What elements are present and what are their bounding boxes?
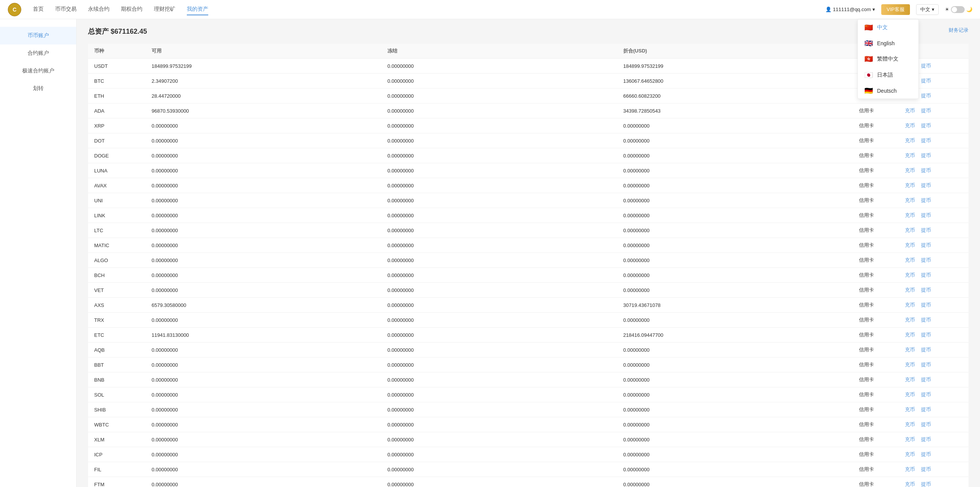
deposit-link[interactable]: 充币 <box>905 197 915 204</box>
deposit-link[interactable]: 充币 <box>905 227 915 234</box>
withdraw-link[interactable]: 提币 <box>921 137 931 144</box>
sun-icon: ☀ <box>945 7 949 12</box>
deposit-link[interactable]: 充币 <box>905 331 915 338</box>
deposit-link[interactable]: 充币 <box>905 481 915 487</box>
deposit-link[interactable]: 充币 <box>905 257 915 264</box>
deposit-link[interactable]: 充币 <box>905 212 915 219</box>
withdraw-link[interactable]: 提币 <box>921 361 931 368</box>
table-body: USDT 184899.97532199 0.00000000 184899.9… <box>88 59 969 487</box>
sidebar-item-contract[interactable]: 合约账户 <box>0 44 76 62</box>
vip-button[interactable]: VIP客服 <box>881 4 910 15</box>
withdraw-link[interactable]: 提币 <box>921 62 931 69</box>
withdraw-link[interactable]: 提币 <box>921 481 931 487</box>
deposit-link[interactable]: 充币 <box>905 316 915 323</box>
withdraw-link[interactable]: 提币 <box>921 257 931 264</box>
withdraw-link[interactable]: 提币 <box>921 167 931 174</box>
cell-buy-method: 信用卡 <box>859 107 905 114</box>
nav-home[interactable]: 首页 <box>33 4 44 15</box>
table-row: LUNA 0.00000000 0.00000000 0.00000000 信用… <box>88 163 969 178</box>
language-selector[interactable]: 中文 ▾ <box>916 4 939 15</box>
withdraw-link[interactable]: 提币 <box>921 421 931 428</box>
deposit-link[interactable]: 充币 <box>905 287 915 294</box>
deposit-link[interactable]: 充币 <box>905 137 915 144</box>
cell-frozen: 0.00000000 <box>387 436 623 443</box>
nav-perpetual[interactable]: 永续合约 <box>88 4 109 15</box>
withdraw-link[interactable]: 提币 <box>921 242 931 249</box>
deposit-link[interactable]: 充币 <box>905 302 915 308</box>
deposit-link[interactable]: 充币 <box>905 152 915 159</box>
withdraw-link[interactable]: 提币 <box>921 376 931 383</box>
nav-spot-trading[interactable]: 币币交易 <box>55 4 77 15</box>
withdraw-link[interactable]: 提币 <box>921 122 931 129</box>
cell-buy-method: 信用卡 <box>859 152 905 159</box>
withdraw-link[interactable]: 提币 <box>921 391 931 398</box>
total-assets: 总资产 $671162.45 <box>88 27 969 36</box>
withdraw-link[interactable]: 提币 <box>921 436 931 443</box>
table-row: ALGO 0.00000000 0.00000000 0.00000000 信用… <box>88 253 969 268</box>
cell-actions: 充币 提币 <box>905 421 962 428</box>
sidebar-item-spot[interactable]: 币币账户 <box>0 27 76 44</box>
cell-available: 0.00000000 <box>152 466 387 473</box>
table-row: AVAX 0.00000000 0.00000000 0.00000000 信用… <box>88 178 969 193</box>
lang-option-japanese[interactable]: 🇯🇵 日本語 <box>858 67 918 83</box>
cell-coin: AQB <box>94 346 152 353</box>
withdraw-link[interactable]: 提币 <box>921 197 931 204</box>
deposit-link[interactable]: 充币 <box>905 122 915 129</box>
cell-frozen: 0.00000000 <box>387 242 623 249</box>
withdraw-link[interactable]: 提币 <box>921 77 931 84</box>
withdraw-link[interactable]: 提币 <box>921 302 931 308</box>
cell-buy-method: 信用卡 <box>859 391 905 398</box>
withdraw-link[interactable]: 提币 <box>921 92 931 99</box>
withdraw-link[interactable]: 提币 <box>921 406 931 413</box>
user-info[interactable]: 👤 111111@qq.com ▾ <box>825 7 875 12</box>
withdraw-link[interactable]: 提币 <box>921 346 931 353</box>
deposit-link[interactable]: 充币 <box>905 391 915 398</box>
deposit-link[interactable]: 充币 <box>905 346 915 353</box>
withdraw-link[interactable]: 提币 <box>921 316 931 323</box>
withdraw-link[interactable]: 提币 <box>921 212 931 219</box>
nav-my-assets[interactable]: 我的资产 <box>187 4 208 15</box>
nav-mining[interactable]: 理财挖矿 <box>154 4 175 15</box>
withdraw-link[interactable]: 提币 <box>921 152 931 159</box>
deposit-link[interactable]: 充币 <box>905 376 915 383</box>
withdraw-link[interactable]: 提币 <box>921 331 931 338</box>
cell-actions: 充币 提币 <box>905 227 962 234</box>
deposit-link[interactable]: 充币 <box>905 436 915 443</box>
lang-option-traditional-chinese[interactable]: 🇭🇰 繁體中文 <box>858 51 918 67</box>
sidebar-item-turbo-contract[interactable]: 极速合约账户 <box>0 62 76 80</box>
logo-icon[interactable]: C <box>8 3 21 16</box>
deposit-link[interactable]: 充币 <box>905 361 915 368</box>
deposit-link[interactable]: 充币 <box>905 406 915 413</box>
nav-options[interactable]: 期权合约 <box>121 4 142 15</box>
lang-label-deutsch: Deutsch <box>877 88 897 94</box>
cell-actions: 充币 提币 <box>905 122 962 129</box>
deposit-link[interactable]: 充币 <box>905 167 915 174</box>
finance-link[interactable]: 财务记录 <box>949 27 969 34</box>
lang-option-chinese[interactable]: 🇨🇳 中文 <box>858 20 918 36</box>
withdraw-link[interactable]: 提币 <box>921 451 931 458</box>
withdraw-link[interactable]: 提币 <box>921 272 931 279</box>
cell-buy-method: 信用卡 <box>859 451 905 458</box>
cell-frozen: 0.00000000 <box>387 62 623 69</box>
cell-actions: 充币 提币 <box>905 107 962 114</box>
cell-usd: 0.00000000 <box>623 466 859 473</box>
withdraw-link[interactable]: 提币 <box>921 107 931 114</box>
withdraw-link[interactable]: 提币 <box>921 287 931 294</box>
cell-frozen: 0.00000000 <box>387 302 623 308</box>
withdraw-link[interactable]: 提币 <box>921 466 931 473</box>
deposit-link[interactable]: 充币 <box>905 466 915 473</box>
deposit-link[interactable]: 充币 <box>905 272 915 279</box>
deposit-link[interactable]: 充币 <box>905 182 915 189</box>
cell-coin: BBT <box>94 361 152 368</box>
lang-option-deutsch[interactable]: 🇩🇪 Deutsch <box>858 83 918 98</box>
deposit-link[interactable]: 充币 <box>905 451 915 458</box>
theme-switch[interactable] <box>951 6 965 13</box>
deposit-link[interactable]: 充币 <box>905 107 915 114</box>
withdraw-link[interactable]: 提币 <box>921 182 931 189</box>
withdraw-link[interactable]: 提币 <box>921 227 931 234</box>
deposit-link[interactable]: 充币 <box>905 242 915 249</box>
sidebar-item-transfer[interactable]: 划转 <box>0 80 76 97</box>
lang-option-english[interactable]: 🇬🇧 English <box>858 36 918 51</box>
theme-toggle[interactable]: ☀ 🌙 <box>945 6 972 13</box>
deposit-link[interactable]: 充币 <box>905 421 915 428</box>
